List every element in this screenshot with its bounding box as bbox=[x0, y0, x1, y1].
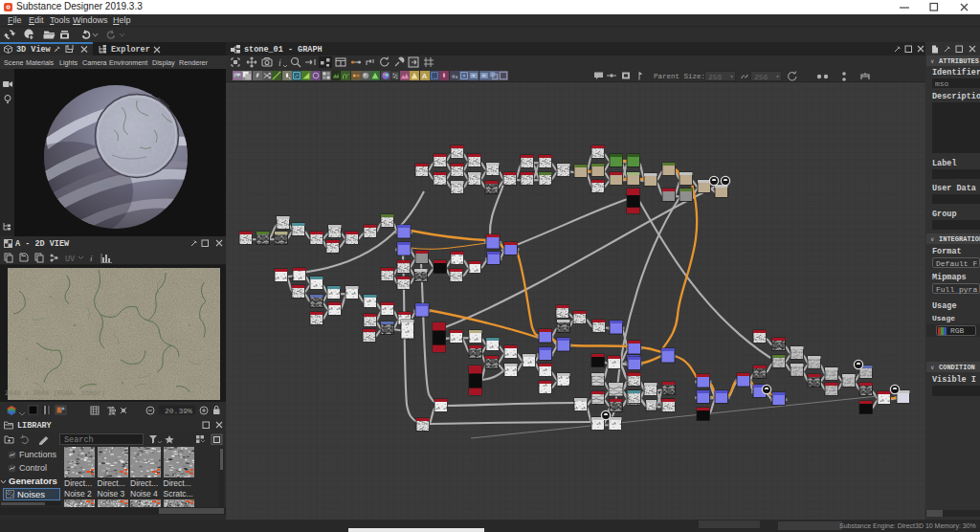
svg-text:20.39%: 20.39% bbox=[165, 407, 192, 415]
svg-text:4s: 4s bbox=[451, 74, 457, 80]
svg-text:i: i bbox=[90, 254, 93, 263]
svg-text:i: i bbox=[278, 57, 281, 68]
svg-text:UV: UV bbox=[65, 255, 76, 264]
svg-text:A: A bbox=[422, 72, 427, 80]
